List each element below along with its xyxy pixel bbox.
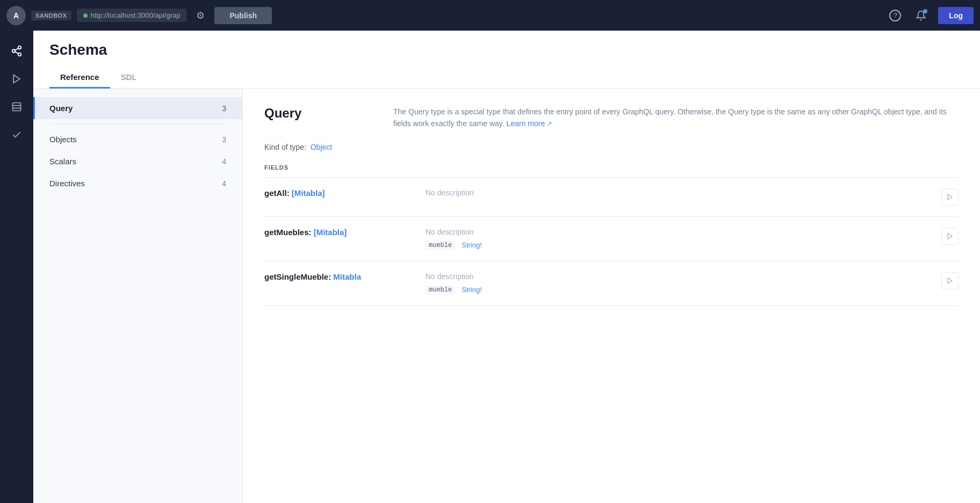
field-action-getall[interactable] bbox=[941, 188, 959, 206]
nav-divider bbox=[49, 123, 226, 124]
url-text: http://localhost:3000/api/grap bbox=[91, 11, 181, 19]
field-row-getmuebles: getMuebles: [Mitabla] No description mue… bbox=[264, 217, 959, 261]
field-row-getsinglemueble: getSingleMueble: Mitabla No description … bbox=[264, 261, 959, 306]
page-title: Schema bbox=[49, 41, 964, 59]
kind-of-type: Kind of type: Object bbox=[264, 143, 959, 151]
page-header: Schema Reference SDL bbox=[33, 31, 980, 89]
log-button[interactable]: Log bbox=[938, 7, 974, 24]
tab-bar: Reference SDL bbox=[49, 67, 964, 88]
check-nav-icon[interactable] bbox=[5, 123, 28, 147]
nav-item-query[interactable]: Query 3 bbox=[33, 97, 242, 119]
svg-rect-6 bbox=[13, 103, 21, 111]
play-nav-icon[interactable] bbox=[5, 67, 28, 91]
kind-object-link[interactable]: Object bbox=[311, 143, 332, 151]
field-action-getmuebles[interactable] bbox=[941, 228, 959, 245]
svg-marker-5 bbox=[13, 75, 20, 83]
nav-item-directives[interactable]: Directives 4 bbox=[33, 172, 242, 194]
nav-item-scalars[interactable]: Scalars 4 bbox=[33, 150, 242, 172]
graph-nav-icon[interactable] bbox=[5, 39, 28, 63]
help-icon[interactable]: ? bbox=[887, 7, 904, 24]
field-type-getmuebles-link[interactable]: [Mitabla] bbox=[314, 228, 347, 237]
connection-status-dot bbox=[83, 13, 88, 18]
icon-sidebar bbox=[0, 31, 33, 503]
top-navigation: A SANDBOX http://localhost:3000/api/grap… bbox=[0, 0, 980, 31]
field-name-getall-col: getAll: [Mitabla] bbox=[264, 188, 415, 198]
field-args-getsinglemueble: mueble String! bbox=[426, 285, 931, 295]
svg-point-0 bbox=[18, 46, 21, 49]
url-bar: http://localhost:3000/api/grap bbox=[77, 9, 187, 22]
settings-icon[interactable]: ⚙ bbox=[192, 7, 209, 24]
query-type-title: Query bbox=[264, 106, 372, 121]
svg-marker-9 bbox=[948, 194, 952, 200]
field-type-getsinglemueble-link[interactable]: Mitabla bbox=[333, 272, 361, 281]
logo-button[interactable]: A bbox=[6, 6, 26, 25]
svg-point-1 bbox=[12, 49, 16, 53]
field-action-getsinglemueble[interactable] bbox=[941, 272, 959, 289]
query-title-col: Query bbox=[264, 106, 372, 130]
field-name-getsinglemueble: getSingleMueble: Mitabla bbox=[264, 272, 361, 281]
field-desc-getmuebles-col: No description mueble String! bbox=[426, 228, 931, 250]
svg-line-3 bbox=[15, 52, 18, 54]
arg-type-string-1[interactable]: String! bbox=[462, 241, 482, 249]
field-desc-getsinglemueble: No description bbox=[426, 272, 931, 281]
tab-sdl[interactable]: SDL bbox=[110, 67, 147, 89]
publish-button[interactable]: Publish bbox=[214, 7, 272, 24]
notification-dot bbox=[923, 9, 927, 13]
main-layout: Schema Reference SDL Query 3 Objects 3 bbox=[0, 31, 980, 503]
field-desc-getsinglemueble-col: No description mueble String! bbox=[426, 272, 931, 295]
field-name-getmuebles-col: getMuebles: [Mitabla] bbox=[264, 228, 415, 237]
field-type-getall-link[interactable]: [Mitabla] bbox=[292, 188, 325, 198]
field-desc-getall-col: No description bbox=[426, 188, 931, 201]
arg-name-mueble-1: mueble bbox=[426, 240, 455, 250]
field-name-getsinglemueble-col: getSingleMueble: Mitabla bbox=[264, 272, 415, 282]
field-name-getmuebles: getMuebles: [Mitabla] bbox=[264, 228, 347, 237]
left-nav-panel: Query 3 Objects 3 Scalars 4 Directives 4 bbox=[33, 89, 243, 503]
svg-point-2 bbox=[18, 53, 21, 56]
nav-right: ? Log bbox=[887, 7, 974, 24]
svg-line-4 bbox=[15, 48, 18, 50]
arg-name-mueble-2: mueble bbox=[426, 285, 455, 295]
content-area: Schema Reference SDL Query 3 Objects 3 bbox=[33, 31, 980, 503]
schema-body: Query 3 Objects 3 Scalars 4 Directives 4 bbox=[33, 89, 980, 503]
field-desc-getall: No description bbox=[426, 188, 931, 197]
query-header: Query The Query type is a special type t… bbox=[264, 106, 959, 130]
tab-reference[interactable]: Reference bbox=[49, 67, 110, 89]
right-content-panel: Query The Query type is a special type t… bbox=[243, 89, 980, 503]
field-name-getall: getAll: [Mitabla] bbox=[264, 188, 325, 198]
list-nav-icon[interactable] bbox=[5, 95, 28, 119]
svg-marker-10 bbox=[948, 234, 952, 239]
nav-item-objects[interactable]: Objects 3 bbox=[33, 128, 242, 150]
field-args-getmuebles: mueble String! bbox=[426, 240, 931, 250]
learn-more-link[interactable]: Learn more ↗ bbox=[507, 118, 552, 129]
svg-marker-11 bbox=[948, 278, 952, 284]
field-row-getall: getAll: [Mitabla] No description bbox=[264, 178, 959, 217]
notifications-icon[interactable] bbox=[912, 7, 929, 24]
sandbox-badge: SANDBOX bbox=[31, 11, 71, 20]
arg-type-string-2[interactable]: String! bbox=[462, 286, 482, 294]
field-desc-getmuebles: No description bbox=[426, 228, 931, 236]
fields-label: FIELDS bbox=[264, 164, 959, 178]
external-link-icon: ↗ bbox=[547, 119, 552, 129]
query-description: The Query type is a special type that de… bbox=[393, 106, 959, 130]
